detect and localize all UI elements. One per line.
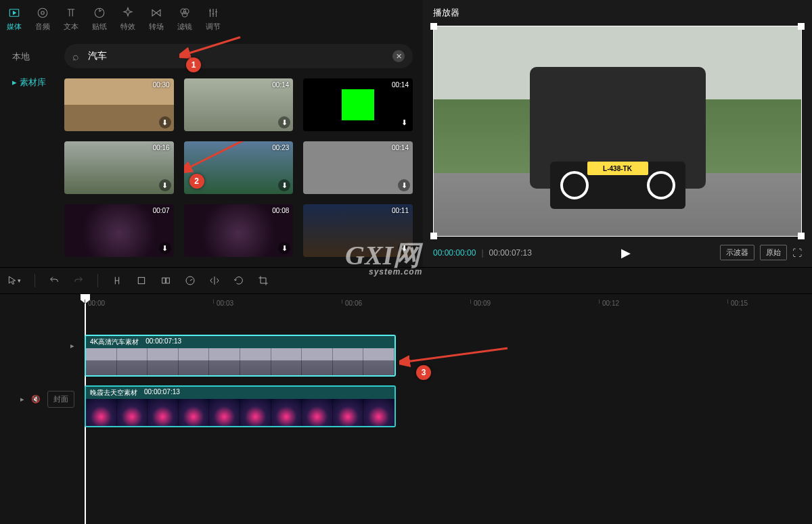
resize-handle[interactable]	[798, 23, 805, 30]
time-total: 00:00:07:13	[489, 248, 532, 258]
svg-line-13	[406, 348, 508, 362]
tab-effect[interactable]: 特效	[120, 6, 135, 32]
ratio-tool[interactable]	[160, 275, 171, 286]
player-title: 播放器	[433, 7, 802, 19]
download-icon[interactable]: ⬇	[159, 242, 171, 254]
select-tool[interactable]: ▾	[7, 275, 21, 286]
sticker-icon	[93, 6, 106, 20]
clip-name: 4K高清汽车素材	[90, 337, 139, 347]
duration-label: 00:23	[272, 144, 289, 151]
download-icon[interactable]: ⬇	[398, 116, 410, 128]
svg-point-6	[182, 11, 187, 17]
annotation-badge-1: 1	[186, 57, 201, 72]
duration-label: 00:16	[153, 144, 170, 151]
tab-adjust[interactable]: 调节	[206, 6, 221, 32]
track-toggle-icon[interactable]: ▸	[70, 341, 74, 350]
timeline-area: ▸ ▸🔇封面 00:00 00:03 00:06 00:09 00:12 00:…	[0, 294, 812, 524]
tab-filter[interactable]: 滤镜	[177, 6, 192, 32]
media-thumb[interactable]: 00:11⬇	[303, 204, 413, 257]
media-thumb[interactable]: 00:08⬇	[184, 204, 294, 257]
duration-label: 00:14	[392, 81, 409, 89]
download-icon[interactable]: ⬇	[159, 116, 171, 128]
original-button[interactable]: 原始	[760, 245, 787, 260]
duration-label: 00:14	[392, 144, 409, 151]
timeline-tracks[interactable]: 00:00 00:03 00:06 00:09 00:12 00:15 4K高清…	[81, 294, 812, 524]
annotation-arrow-2	[184, 141, 262, 178]
duration-label: 00:11	[392, 207, 409, 214]
tab-transition[interactable]: 转场	[149, 6, 164, 32]
ruler-tick: 00:00	[85, 300, 105, 304]
resize-handle[interactable]	[798, 233, 805, 239]
timeline-clip[interactable]: 4K高清汽车素材00:00:07:13	[85, 335, 396, 377]
crop2-tool[interactable]	[258, 275, 269, 286]
tab-label: 文本	[64, 22, 78, 32]
ruler-tick: 00:12	[599, 300, 619, 304]
download-icon[interactable]: ⬇	[278, 116, 290, 128]
duration-label: 00:07	[153, 207, 170, 214]
timeline-sidebar: ▸ ▸🔇封面	[0, 294, 81, 524]
sidebar-library[interactable]: 素材库	[0, 70, 64, 95]
media-panel: 媒体 音频 文本 贴纸 特效 转场 滤镜 调节 本地 素材库 ⌕ ✕	[0, 0, 423, 267]
track-toggle-icon[interactable]: ▸	[20, 395, 24, 404]
timeline-ruler[interactable]: 00:00 00:03 00:06 00:09 00:12 00:15	[81, 294, 812, 314]
time-separator: |	[481, 248, 483, 258]
split-tool[interactable]	[112, 275, 122, 286]
player-panel: 播放器 L-438-TK 00:00:00:00 | 00:00:07:13 ▶…	[423, 0, 812, 267]
media-thumb[interactable]: 00:14⬇	[303, 78, 413, 131]
preview-canvas[interactable]: L-438-TK	[433, 26, 802, 237]
tab-text[interactable]: 文本	[64, 6, 78, 32]
text-icon	[64, 6, 78, 20]
media-thumb[interactable]: 00:14⬇	[184, 78, 294, 131]
media-thumb[interactable]: 00:07⬇	[64, 204, 174, 257]
svg-rect-9	[138, 277, 144, 283]
svg-point-5	[184, 9, 189, 14]
speed-tool[interactable]	[185, 275, 196, 286]
ruler-tick: 00:03	[213, 300, 233, 304]
ruler-tick: 00:06	[342, 300, 362, 304]
crop-tool[interactable]	[136, 275, 147, 286]
effect-icon	[121, 6, 135, 20]
media-thumb[interactable]: 00:30⬇	[64, 78, 174, 131]
ruler-tick: 00:09	[470, 300, 491, 304]
resize-handle[interactable]	[430, 233, 437, 239]
license-plate: L-438-TK	[587, 162, 648, 175]
resize-handle[interactable]	[430, 23, 437, 30]
media-sidebar: 本地 素材库	[0, 37, 64, 267]
thumb-grid: 00:30⬇ 00:14⬇ 00:14⬇ 00:16⬇ 00:23⬇ 2 00:…	[64, 78, 413, 257]
play-button[interactable]: ▶	[608, 245, 644, 260]
search-row: ⌕ ✕ 1	[64, 44, 413, 68]
media-icon	[7, 6, 21, 20]
redo-button[interactable]	[73, 275, 84, 286]
download-icon[interactable]: ⬇	[159, 179, 171, 191]
svg-point-2	[41, 11, 45, 14]
duration-label: 00:14	[272, 81, 289, 89]
download-icon[interactable]: ⬇	[278, 179, 290, 191]
svg-rect-10	[162, 278, 166, 283]
svg-line-7	[186, 37, 240, 54]
download-icon[interactable]: ⬇	[398, 179, 410, 191]
rotate-tool[interactable]	[233, 275, 244, 286]
fullscreen-icon[interactable]: ⛶	[792, 247, 802, 258]
timeline-clip[interactable]: 晚霞去天空素材00:00:07:13	[85, 385, 396, 427]
undo-button[interactable]	[49, 275, 60, 286]
sidebar-local[interactable]: 本地	[0, 44, 64, 70]
tab-sticker[interactable]: 贴纸	[92, 6, 107, 32]
scope-button[interactable]: 示波器	[720, 245, 754, 260]
audio-icon	[36, 6, 49, 20]
media-thumb[interactable]: 00:14⬇	[303, 141, 413, 194]
media-thumb[interactable]: 00:23⬇ 2	[184, 141, 294, 194]
mirror-tool[interactable]	[209, 275, 220, 286]
annotation-badge-2: 2	[189, 174, 204, 189]
tab-label: 贴纸	[92, 22, 107, 32]
player-controls: 00:00:00:00 | 00:00:07:13 ▶ 示波器 原始 ⛶	[433, 237, 802, 260]
cover-button[interactable]: 封面	[47, 391, 74, 408]
tab-audio[interactable]: 音频	[35, 6, 50, 32]
tab-media[interactable]: 媒体	[7, 6, 22, 32]
media-thumb[interactable]: 00:16⬇	[64, 141, 174, 194]
clear-icon[interactable]: ✕	[392, 50, 405, 62]
download-icon[interactable]: ⬇	[278, 242, 290, 254]
mute-icon[interactable]: 🔇	[31, 395, 41, 404]
ruler-tick: 00:15	[727, 300, 748, 304]
search-icon: ⌕	[72, 51, 79, 63]
download-icon[interactable]: ⬇	[398, 242, 410, 254]
